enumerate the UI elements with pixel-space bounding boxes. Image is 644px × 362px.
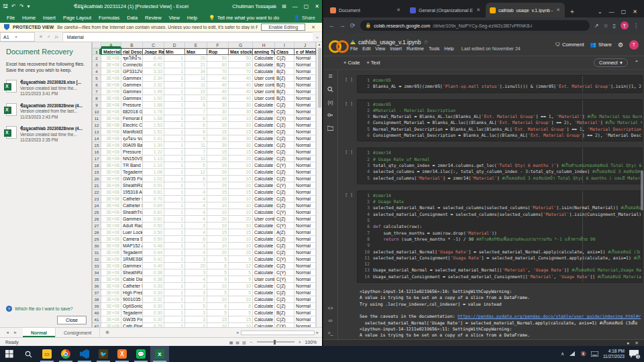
cell[interactable]: Normal [294, 303, 316, 310]
cell[interactable]: 6 [207, 303, 229, 310]
cell[interactable]: C(Z) [275, 216, 294, 223]
cell[interactable]: 3E+08 [101, 196, 121, 202]
cell[interactable]: B(Z) [275, 88, 294, 95]
formula-bar-input[interactable]: Material [63, 32, 313, 42]
cell[interactable]: User contr [253, 216, 275, 223]
cell[interactable]: 1 [164, 283, 185, 290]
cell[interactable]: 1.88 [143, 102, 164, 109]
cell[interactable]: SheathRa [121, 269, 143, 276]
cell[interactable]: 4.92 [143, 62, 164, 68]
browser-chevron-icon[interactable]: ⌄ [598, 9, 602, 15]
cell[interactable]: 1 [164, 109, 185, 115]
cell[interactable]: 0.91 [143, 182, 164, 189]
cell[interactable]: 12 [229, 263, 253, 269]
cell[interactable]: 3 [185, 310, 207, 316]
cell[interactable]: 3E+08 [101, 189, 121, 196]
cell[interactable]: B(Z) [275, 62, 294, 68]
cell[interactable]: Normal [294, 276, 316, 283]
cell[interactable]: C(Z) [275, 316, 294, 323]
cell[interactable]: User contr [253, 75, 275, 82]
cell[interactable]: 3E+08 [101, 209, 121, 216]
start-button[interactable] [0, 346, 19, 362]
cell[interactable]: 3E+08 [101, 316, 121, 323]
cell[interactable]: 3E+08 [101, 95, 121, 102]
cell[interactable]: Calculate [253, 129, 275, 135]
cell[interactable]: 15 [207, 129, 229, 135]
cell[interactable]: Gammex I [121, 95, 143, 102]
cell[interactable]: C(Z) [275, 249, 294, 256]
cell[interactable]: C(Y) [275, 276, 294, 283]
qat-dropdown-icon[interactable]: ▾ [27, 3, 30, 9]
cell[interactable]: 11 [185, 156, 207, 162]
cell[interactable]: 5 [207, 269, 229, 276]
header-cell[interactable]: Material [101, 48, 121, 55]
page-break-view-icon[interactable]: ▥ [242, 340, 246, 345]
code-cell[interactable]: [ ]1#zmmr142# Usage Rate of Normal3total… [341, 147, 643, 184]
cell[interactable]: 6 [229, 303, 253, 310]
cell[interactable]: 0.30 [143, 303, 164, 310]
cell[interactable]: 10 [229, 209, 253, 216]
cell[interactable]: 10 [229, 176, 253, 182]
cell[interactable]: 1 [164, 102, 185, 109]
forward-icon[interactable]: → [339, 22, 345, 29]
enter-formula-icon[interactable]: ✓ [47, 34, 51, 40]
cell[interactable]: Normal [294, 223, 316, 229]
cell[interactable]: 30 [207, 135, 229, 142]
cell[interactable]: Gammex I [121, 216, 143, 223]
cell[interactable]: 3E+08 [101, 62, 121, 68]
cell[interactable]: 11 [185, 82, 207, 88]
cell[interactable]: 6 [185, 122, 207, 129]
browser-tab[interactable]: Document✕ [326, 3, 405, 17]
cell[interactable]: 1 [164, 135, 185, 142]
excel-maximize-button[interactable]: ▢ [304, 3, 309, 9]
cell[interactable]: 6.46 [143, 55, 164, 62]
cell[interactable]: Calculate [253, 122, 275, 129]
cell[interactable]: 3E+08 [101, 243, 121, 249]
cell[interactable]: 1 [164, 296, 185, 303]
cell[interactable]: 5 [185, 303, 207, 310]
cell[interactable]: Pressure L [121, 149, 143, 156]
cell[interactable]: Normal [294, 196, 316, 202]
redo-icon[interactable]: ↷ [19, 3, 24, 9]
cell[interactable]: 15 [207, 316, 229, 323]
row-header[interactable]: 35 [93, 276, 101, 283]
cell[interactable]: C(Y) [275, 182, 294, 189]
column-header-I[interactable]: I [275, 42, 294, 48]
cell[interactable]: 40 [229, 82, 253, 88]
cell[interactable]: Calculate [253, 142, 275, 149]
cell[interactable]: Gammex I [121, 263, 143, 269]
connect-dropdown-icon[interactable]: ▾ [620, 60, 623, 66]
cell[interactable]: Calculate [253, 256, 275, 263]
cell[interactable]: 5 [207, 290, 229, 296]
colab-profile-avatar[interactable]: T [629, 40, 639, 50]
cell[interactable]: 1 [164, 310, 185, 316]
cell[interactable]: 1 [164, 229, 185, 236]
cell[interactable]: Pressure I [121, 102, 143, 109]
cell[interactable]: GP3312V5 [121, 68, 143, 75]
cell[interactable]: Normal [294, 68, 316, 75]
notebook-scrollbar[interactable] [641, 170, 643, 210]
action-center-button[interactable]: 3 [629, 350, 639, 358]
cell[interactable]: 1 [164, 176, 185, 182]
cell[interactable]: 10 [207, 296, 229, 303]
cell[interactable]: 1 [164, 269, 185, 276]
cell[interactable]: 10 [229, 283, 253, 290]
cell[interactable]: Normal [294, 115, 316, 122]
ribbon-tab-data[interactable]: Data [127, 15, 138, 21]
cell[interactable]: 10 [229, 122, 253, 129]
cell[interactable]: 3E+08 [101, 122, 121, 129]
row-header[interactable]: 19 [93, 169, 101, 176]
cell[interactable]: 10 [229, 162, 253, 169]
cell[interactable]: 10 [207, 202, 229, 209]
zoom-in-icon[interactable]: + [299, 340, 301, 345]
ribbon-display-icon[interactable]: ⊞ [282, 3, 286, 9]
fx-icon[interactable]: fx [55, 34, 58, 40]
cell[interactable]: Normal [294, 135, 316, 142]
share-button[interactable]: 👤Share [294, 15, 315, 21]
row-header[interactable]: 13 [93, 129, 101, 135]
row-header[interactable]: 4 [93, 68, 101, 75]
taskbar-line[interactable]: 💬 [131, 346, 150, 362]
recovery-close-button[interactable]: Close [57, 316, 87, 324]
cell[interactable]: 1 [164, 216, 185, 223]
cell[interactable]: 7 [185, 109, 207, 115]
